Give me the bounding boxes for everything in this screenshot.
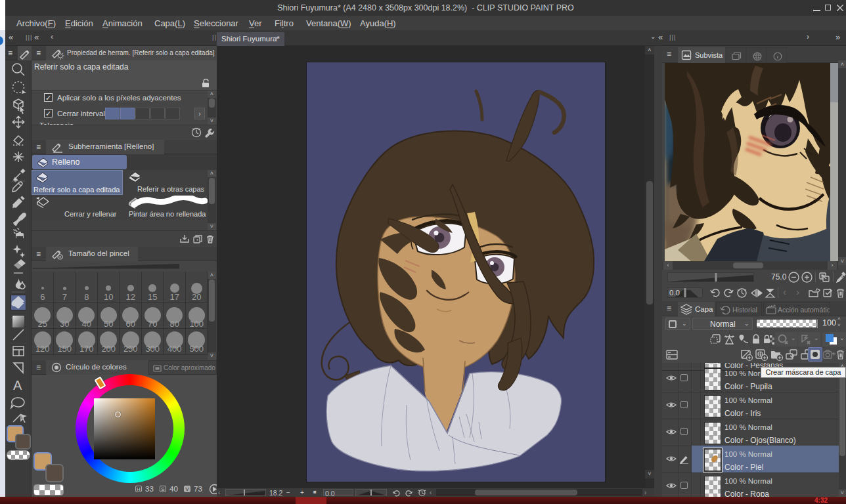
svg-text:A: A (13, 378, 22, 392)
